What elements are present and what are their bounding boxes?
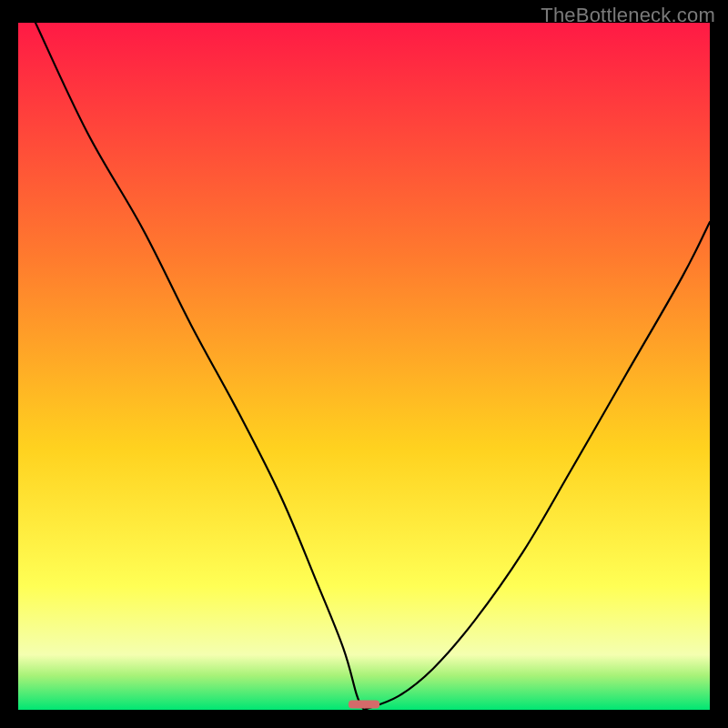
minimum-marker — [349, 700, 379, 708]
gradient-background — [18, 23, 710, 710]
plot-area — [18, 23, 710, 710]
chart-svg — [18, 23, 710, 710]
chart-frame: TheBottleneck.com — [0, 0, 728, 728]
watermark-text: TheBottleneck.com — [541, 4, 715, 27]
